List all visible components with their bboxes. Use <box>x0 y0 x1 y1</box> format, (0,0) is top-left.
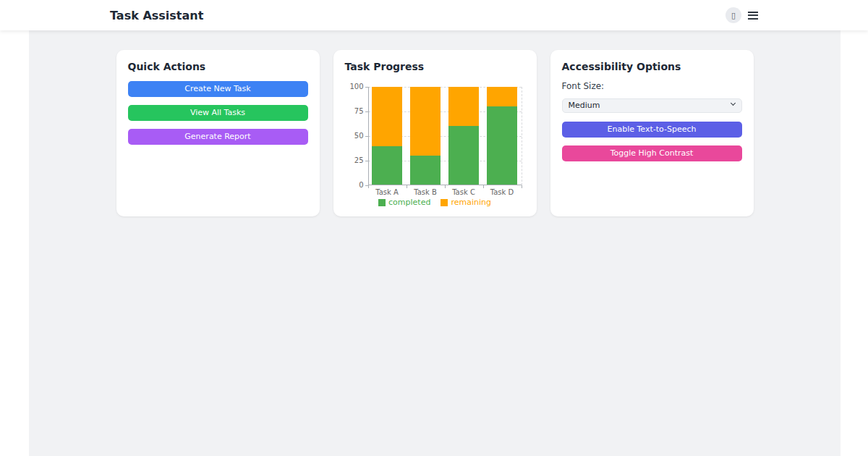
create-new-task-button[interactable]: Create New Task <box>128 81 308 97</box>
hamburger-icon <box>748 12 758 20</box>
header: Task Assistant ▯ <box>0 0 868 30</box>
legend-item[interactable]: remaining <box>441 198 491 207</box>
placeholder-glyph-icon: ▯ <box>731 12 736 20</box>
toggle-high-contrast-button[interactable]: Toggle High Contrast <box>562 145 742 161</box>
x-tick-label: Task C <box>445 188 483 197</box>
task-progress-title: Task Progress <box>345 62 525 72</box>
header-inner: Task Assistant ▯ <box>110 0 758 30</box>
task-progress-card: Task Progress 0255075100Task ATask BTask… <box>333 50 537 216</box>
y-tick-label: 50 <box>346 132 364 140</box>
x-tick-label: Task A <box>368 188 407 197</box>
accessibility-title: Accessibility Options <box>562 62 742 72</box>
header-actions: ▯ <box>726 7 758 23</box>
font-size-select[interactable]: Medium <box>562 98 742 113</box>
legend-label: completed <box>388 198 430 207</box>
quick-actions-title: Quick Actions <box>128 62 308 72</box>
generate-report-button[interactable]: Generate Report <box>128 129 308 145</box>
y-tick-label: 0 <box>346 182 364 189</box>
enable-tts-button[interactable]: Enable Text-to-Speech <box>562 122 742 138</box>
x-tick-label: Task D <box>483 188 522 197</box>
chart-axis <box>368 87 522 185</box>
cards-row: Quick Actions Create New Task View All T… <box>29 30 841 216</box>
main-content: Quick Actions Create New Task View All T… <box>29 30 841 456</box>
font-size-label: Font Size: <box>562 81 742 91</box>
font-size-select-wrap: Medium <box>562 97 742 113</box>
y-tick-label: 25 <box>346 157 364 164</box>
legend-swatch-icon <box>441 199 448 206</box>
legend-item[interactable]: completed <box>378 198 430 207</box>
gridline <box>522 87 522 185</box>
legend-label: remaining <box>451 198 491 207</box>
y-tick-label: 100 <box>346 83 364 90</box>
quick-actions-card: Quick Actions Create New Task View All T… <box>116 50 320 216</box>
view-all-tasks-button[interactable]: View All Tasks <box>128 105 308 121</box>
chart-legend: completedremaining <box>345 198 525 207</box>
task-progress-chart: 0255075100Task ATask BTask CTask D <box>345 81 524 197</box>
y-tick-label: 75 <box>346 108 364 115</box>
legend-swatch-icon <box>378 199 386 206</box>
x-tick <box>522 185 522 188</box>
x-tick-label: Task B <box>407 188 445 197</box>
page-title: Task Assistant <box>110 9 203 22</box>
menu-button[interactable] <box>748 9 758 21</box>
accessibility-card: Accessibility Options Font Size: Medium … <box>550 50 754 216</box>
theme-toggle-button[interactable]: ▯ <box>726 7 741 23</box>
